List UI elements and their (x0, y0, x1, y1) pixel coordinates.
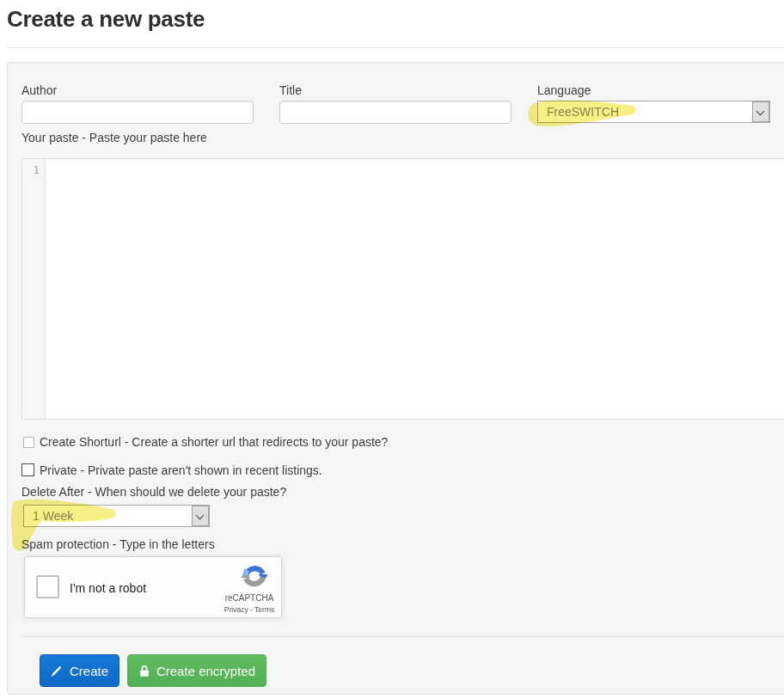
recaptcha-checkbox[interactable] (36, 575, 59, 598)
delete-after-label: Delete After - When should we delete you… (21, 485, 286, 499)
page-title: Create a new paste (7, 6, 205, 33)
recaptcha-brand-text: reCAPTCHA (217, 593, 281, 603)
editor-line-number: 1 (33, 163, 40, 176)
spam-protection-label: Spam protection - Type in the letters (21, 537, 215, 551)
create-button[interactable]: Create (40, 654, 119, 687)
language-select-arrow-button[interactable] (752, 101, 769, 122)
pencil-icon (51, 665, 64, 678)
recaptcha-privacy-terms: Privacy - Terms (217, 605, 281, 614)
header-divider (7, 47, 784, 48)
delete-after-select[interactable]: 1 Week (23, 505, 210, 527)
private-label[interactable]: Private - Private paste aren't shown in … (40, 463, 322, 477)
chevron-down-icon (196, 512, 205, 520)
language-select[interactable]: FreeSWITCH (537, 101, 770, 123)
delete-after-select-arrow-button[interactable] (192, 506, 209, 526)
private-checkbox[interactable] (21, 463, 34, 476)
paste-label: Your paste - Paste your paste here (21, 131, 207, 144)
paste-editor[interactable]: 1 (21, 158, 784, 420)
language-selected-value: FreeSWITCH (547, 101, 619, 122)
create-encrypted-button[interactable]: Create encrypted (127, 654, 266, 687)
title-label: Title (279, 83, 302, 97)
recaptcha-widget: I'm not a robot reCAPTCHA Privacy - Term… (24, 556, 282, 618)
author-input[interactable] (21, 101, 254, 124)
shorturl-checkbox[interactable] (23, 437, 34, 448)
create-button-label: Create (70, 664, 108, 678)
recaptcha-terms-link[interactable]: Terms (254, 605, 274, 614)
lock-icon (138, 665, 150, 678)
recaptcha-privacy-link[interactable]: Privacy (224, 605, 248, 614)
chevron-down-icon (756, 107, 765, 116)
author-label: Author (21, 83, 57, 97)
editor-line-gutter: 1 (22, 159, 46, 419)
language-label: Language (537, 83, 591, 97)
delete-after-selected-value: 1 Week (33, 506, 73, 526)
shorturl-label[interactable]: Create Shorturl - Create a shorter url t… (40, 435, 388, 449)
form-footer-divider (21, 636, 784, 637)
recaptcha-logo-icon (240, 561, 269, 591)
recaptcha-label: I'm not a robot (70, 581, 146, 595)
create-encrypted-button-label: Create encrypted (156, 664, 255, 678)
title-input[interactable] (279, 101, 511, 124)
